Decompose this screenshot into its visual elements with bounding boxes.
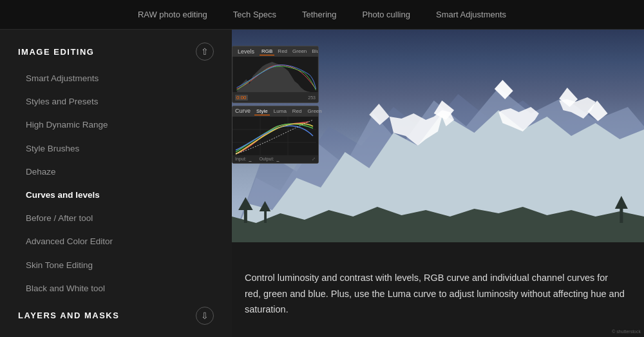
main-content: Levels RGB Red Green Blue 253 [232,30,644,337]
nav-item-tethering[interactable]: Tethering [302,7,336,22]
levels-tab-red[interactable]: Red [276,48,289,55]
levels-controls: 0:00 253 [232,92,318,102]
curve-output-value: _ [276,157,279,162]
watermark: © shutterstock [612,329,641,334]
sidebar-item-black-and-white-tool[interactable]: Black and White tool [0,277,232,300]
levels-tab-green[interactable]: Green [290,48,308,55]
levels-graph [232,57,318,92]
levels-tab-blue[interactable]: Blue [310,48,319,55]
layout: IMAGE EDITING ⇧ Smart Adjustments Styles… [0,30,644,337]
sidebar-item-styles-and-presets[interactable]: Styles and Presets [0,90,232,113]
image-editing-section-header: IMAGE EDITING ⇧ [0,43,232,67]
layers-and-masks-section: LAYERS AND MASKS ⇩ [0,307,232,331]
curve-tab-luma[interactable]: Luma [272,108,289,115]
curve-tab-style[interactable]: Style [254,108,270,115]
curve-graph [232,117,318,155]
levels-graph-svg [232,57,318,92]
levels-input-value: 0:00 [235,95,248,101]
levels-max-label: 253 [308,95,316,100]
nav-item-photo-culling[interactable]: Photo culling [363,7,410,22]
layers-and-masks-toggle-button[interactable]: ⇩ [196,307,214,325]
curve-tab-green[interactable]: Green [306,108,324,115]
curve-tab-red[interactable]: Red [290,108,304,115]
image-editing-toggle-button[interactable]: ⇧ [196,43,214,61]
sidebar-item-advanced-color-editor[interactable]: Advanced Color Editor [0,230,232,253]
curve-panel-title: Curve [235,108,251,115]
layers-and-masks-section-header: LAYERS AND MASKS ⇩ [0,307,232,331]
main-description: Control luminosity and contrast with lev… [245,270,625,318]
sidebar-item-high-dynamic-range[interactable]: High Dynamic Range [0,113,232,137]
nav-item-smart-adjustments[interactable]: Smart Adjustments [436,7,506,22]
curve-expand-icon[interactable]: ⤢ [312,157,316,162]
levels-tab-rgb[interactable]: RGB [260,48,274,55]
panels-container: Levels RGB Red Green Blue 253 [232,46,319,164]
sidebar-item-curves-and-levels[interactable]: Curves and levels [0,184,232,207]
curve-input-label: Input: [235,157,247,162]
image-editing-title: IMAGE EDITING [18,47,94,57]
curve-panel-header: Curve Style Luma Red Green [232,106,318,117]
sidebar-item-dehaze[interactable]: Dehaze [0,160,232,184]
top-nav: RAW photo editing Tech Specs Tethering P… [0,0,644,30]
curve-graph-svg [232,117,316,155]
layers-and-masks-title: LAYERS AND MASKS [18,311,119,320]
curve-input-value: _ [249,157,252,162]
sidebar-item-before-after-tool[interactable]: Before / After tool [0,207,232,230]
sidebar-item-skin-tone-editing[interactable]: Skin Tone Editing [0,254,232,277]
description-block: Control luminosity and contrast with lev… [245,270,625,318]
nav-item-raw-photo-editing[interactable]: RAW photo editing [138,7,207,22]
levels-panel-title: Levels [235,48,257,55]
levels-panel: Levels RGB Red Green Blue 253 [232,46,319,103]
sidebar: IMAGE EDITING ⇧ Smart Adjustments Styles… [0,30,232,337]
nav-item-tech-specs[interactable]: Tech Specs [233,7,276,22]
curve-panel: Curve Style Luma Red Green [232,106,319,164]
sidebar-item-smart-adjustments[interactable]: Smart Adjustments [0,67,232,90]
sidebar-item-style-brushes[interactable]: Style Brushes [0,137,232,160]
levels-panel-header: Levels RGB Red Green Blue 253 [232,46,318,57]
curve-output-label: Output: [259,157,274,162]
curve-footer: Input: _ Output: _ ⤢ [232,155,318,163]
